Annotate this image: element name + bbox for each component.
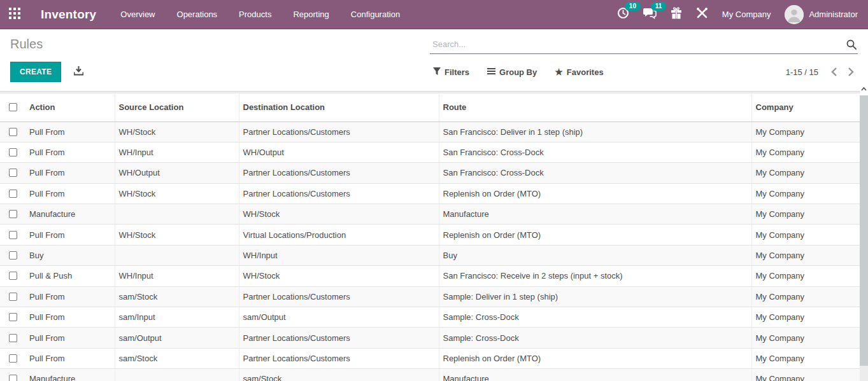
- search-icon[interactable]: [846, 39, 857, 52]
- row-checkbox[interactable]: [9, 148, 17, 156]
- cell-source-location[interactable]: WH/Input: [115, 142, 239, 162]
- table-row[interactable]: Pull From WH/Output Partner Locations/Cu…: [0, 163, 860, 183]
- cell-company[interactable]: My Company: [751, 204, 860, 225]
- cell-source-location[interactable]: WH/Input: [115, 266, 239, 286]
- cell-company[interactable]: My Company: [751, 307, 860, 328]
- row-checkbox[interactable]: [9, 128, 17, 136]
- row-checkbox[interactable]: [9, 272, 17, 280]
- cell-route[interactable]: San Francisco: Cross-Dock: [439, 142, 751, 162]
- column-header-source-location[interactable]: Source Location: [115, 94, 239, 121]
- cell-action[interactable]: Pull From: [25, 328, 115, 348]
- pager-next-button[interactable]: [844, 66, 858, 78]
- table-row[interactable]: Pull From WH/Stock Partner Locations/Cus…: [0, 121, 860, 142]
- gift-button[interactable]: [671, 7, 682, 22]
- cell-source-location[interactable]: WH/Stock: [115, 225, 239, 245]
- cell-destination-location[interactable]: Partner Locations/Customers: [239, 348, 439, 368]
- scrollbar-thumb[interactable]: [860, 95, 868, 366]
- cell-route[interactable]: San Francisco: Cross-Dock: [439, 163, 751, 183]
- table-row[interactable]: Pull From WH/Input WH/Output San Francis…: [0, 142, 860, 162]
- cell-action[interactable]: Pull From: [25, 142, 115, 162]
- row-checkbox[interactable]: [9, 334, 17, 342]
- cell-company[interactable]: My Company: [751, 286, 860, 307]
- menu-overview[interactable]: Overview: [119, 7, 156, 22]
- menu-configuration[interactable]: Configuration: [350, 7, 401, 22]
- cell-action[interactable]: Manufacture: [25, 204, 115, 225]
- menu-reporting[interactable]: Reporting: [292, 7, 330, 22]
- cell-company[interactable]: My Company: [751, 121, 860, 142]
- row-checkbox[interactable]: [9, 354, 17, 363]
- table-row[interactable]: Manufacture WH/Stock Manufacture My Comp…: [0, 204, 860, 225]
- table-row[interactable]: Buy WH/Input Buy My Company: [0, 245, 860, 265]
- column-header-destination-location[interactable]: Destination Location: [239, 94, 439, 121]
- create-button[interactable]: CREATE: [10, 62, 61, 82]
- table-row[interactable]: Pull From WH/Stock Partner Locations/Cus…: [0, 183, 860, 204]
- cell-source-location[interactable]: WH/Stock: [115, 183, 239, 204]
- cell-source-location[interactable]: WH/Stock: [115, 121, 239, 142]
- pager-previous-button[interactable]: [827, 66, 841, 78]
- cell-source-location[interactable]: [115, 369, 239, 381]
- scrollbar-up-button[interactable]: [860, 83, 868, 95]
- cell-route[interactable]: Buy: [439, 245, 751, 265]
- group-by-button[interactable]: Group By: [487, 67, 537, 77]
- cell-action[interactable]: Pull From: [25, 307, 115, 328]
- cell-source-location[interactable]: sam/Output: [115, 328, 239, 348]
- table-row[interactable]: Pull From sam/Output Partner Locations/C…: [0, 328, 860, 348]
- cell-route[interactable]: Sample: Deliver in 1 step (ship): [439, 286, 751, 307]
- favorites-button[interactable]: ★ Favorites: [555, 67, 603, 77]
- cell-route[interactable]: Sample: Cross-Dock: [439, 328, 751, 348]
- table-row[interactable]: Pull From sam/Stock Partner Locations/Cu…: [0, 348, 860, 368]
- user-menu[interactable]: Administrator: [785, 5, 858, 24]
- row-checkbox[interactable]: [9, 313, 17, 321]
- row-checkbox[interactable]: [9, 190, 17, 198]
- cell-company[interactable]: My Company: [751, 183, 860, 204]
- cell-action[interactable]: Pull From: [25, 163, 115, 183]
- select-all-checkbox[interactable]: [9, 103, 17, 111]
- cell-destination-location[interactable]: Partner Locations/Customers: [239, 286, 439, 307]
- menu-operations[interactable]: Operations: [176, 7, 219, 22]
- table-row[interactable]: Pull & Push WH/Input WH/Stock San Franci…: [0, 266, 860, 286]
- table-row[interactable]: Pull From sam/Stock Partner Locations/Cu…: [0, 286, 860, 307]
- cell-route[interactable]: Replenish on Order (MTO): [439, 183, 751, 204]
- row-checkbox[interactable]: [9, 169, 17, 177]
- table-row[interactable]: Manufacture sam/Stock Manufacture My Com…: [0, 369, 860, 381]
- cell-action[interactable]: Pull From: [25, 121, 115, 142]
- cell-route[interactable]: Manufacture: [439, 204, 751, 225]
- vertical-scrollbar[interactable]: [860, 83, 868, 381]
- cell-destination-location[interactable]: Virtual Locations/Production: [239, 225, 439, 245]
- scrollbar-track[interactable]: [860, 366, 868, 381]
- cell-action[interactable]: Buy: [25, 245, 115, 265]
- cell-source-location[interactable]: sam/Input: [115, 307, 239, 328]
- cell-source-location[interactable]: [115, 204, 239, 225]
- messages-button[interactable]: 11: [643, 7, 657, 22]
- cell-company[interactable]: My Company: [751, 328, 860, 348]
- filters-button[interactable]: Filters: [433, 67, 469, 77]
- cell-route[interactable]: Replenish on Order (MTO): [439, 225, 751, 245]
- cell-route[interactable]: Manufacture: [439, 369, 751, 381]
- column-header-route[interactable]: Route: [439, 94, 751, 121]
- cell-destination-location[interactable]: sam/Stock: [239, 369, 439, 381]
- cell-source-location[interactable]: sam/Stock: [115, 348, 239, 368]
- cell-route[interactable]: San Francisco: Receive in 2 steps (input…: [439, 266, 751, 286]
- cell-company[interactable]: My Company: [751, 225, 860, 245]
- cell-destination-location[interactable]: sam/Output: [239, 307, 439, 328]
- cell-source-location[interactable]: WH/Output: [115, 163, 239, 183]
- company-switcher[interactable]: My Company: [722, 10, 771, 19]
- apps-menu-button[interactable]: [0, 0, 29, 29]
- table-row[interactable]: Pull From sam/Input sam/Output Sample: C…: [0, 307, 860, 328]
- cell-destination-location[interactable]: Partner Locations/Customers: [239, 121, 439, 142]
- cell-company[interactable]: My Company: [751, 266, 860, 286]
- cell-destination-location[interactable]: Partner Locations/Customers: [239, 163, 439, 183]
- cell-source-location[interactable]: [115, 245, 239, 265]
- cell-company[interactable]: My Company: [751, 142, 860, 162]
- row-checkbox[interactable]: [9, 231, 17, 239]
- cell-route[interactable]: Sample: Cross-Dock: [439, 307, 751, 328]
- cell-action[interactable]: Pull From: [25, 348, 115, 368]
- cell-company[interactable]: My Company: [751, 348, 860, 368]
- column-header-company[interactable]: Company: [751, 94, 860, 121]
- cell-destination-location[interactable]: WH/Stock: [239, 266, 439, 286]
- cell-destination-location[interactable]: WH/Input: [239, 245, 439, 265]
- cell-destination-location[interactable]: WH/Stock: [239, 204, 439, 225]
- export-button[interactable]: [74, 66, 83, 78]
- cell-destination-location[interactable]: Partner Locations/Customers: [239, 328, 439, 348]
- table-row[interactable]: Pull From WH/Stock Virtual Locations/Pro…: [0, 225, 860, 245]
